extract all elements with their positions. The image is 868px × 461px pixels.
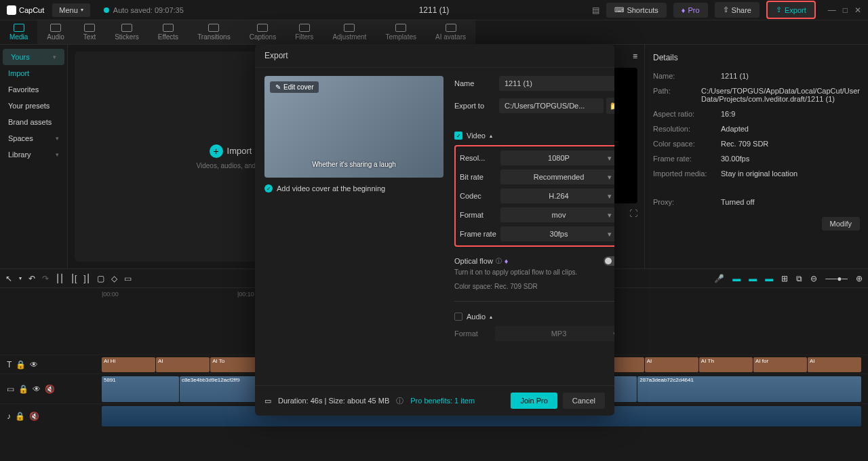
eye-icon[interactable]: 👁 bbox=[30, 360, 38, 369]
detail-value: Stay in original location bbox=[721, 169, 860, 178]
tab-audio[interactable]: Audio bbox=[37, 20, 74, 44]
undo-icon[interactable]: ↶ bbox=[28, 274, 35, 283]
tab-transitions[interactable]: Transitions bbox=[188, 20, 240, 44]
info-icon[interactable]: ⓘ bbox=[396, 396, 403, 406]
shield-icon[interactable]: ◇ bbox=[111, 274, 117, 283]
audio-format-select: MP3 bbox=[495, 326, 614, 341]
tab-ai avatars[interactable]: AI avatars bbox=[426, 20, 475, 44]
framerate-select[interactable]: 30fps bbox=[500, 226, 614, 241]
magnet-icon[interactable]: ⊞ bbox=[781, 274, 788, 283]
share-button[interactable]: ⇧ Share bbox=[715, 2, 760, 18]
logo-icon bbox=[7, 5, 16, 15]
modify-button[interactable]: Modify bbox=[822, 217, 860, 230]
shortcuts-button[interactable]: ⌨ Shortcuts bbox=[606, 3, 666, 18]
tab-captions[interactable]: Captions bbox=[240, 20, 285, 44]
video-track-icon[interactable]: ▭ bbox=[7, 384, 14, 394]
video-section-header[interactable]: ✓ Video ▴ bbox=[454, 132, 614, 140]
folder-button[interactable]: 📁 bbox=[606, 98, 614, 114]
close-icon[interactable]: ✕ bbox=[854, 5, 861, 15]
text-clip[interactable]: AI Hi bbox=[102, 357, 155, 372]
video-settings-highlight: Resol...1080P Bit rateRecommended CodecH… bbox=[454, 145, 614, 247]
export-button[interactable]: ⇪ Export bbox=[766, 1, 816, 19]
eye-icon[interactable]: 👁 bbox=[33, 384, 41, 394]
fullscreen-icon[interactable]: ⛶ bbox=[629, 209, 637, 218]
mute-icon[interactable]: 🔇 bbox=[29, 412, 39, 421]
text-clip[interactable]: AI for bbox=[753, 357, 807, 372]
mic-icon[interactable]: 🎤 bbox=[714, 274, 724, 283]
optical-flow-label: Optical flow bbox=[454, 257, 493, 265]
export-modal: Export ✎ Edit cover ✓ Add video cover at… bbox=[255, 44, 614, 416]
join-pro-button[interactable]: Join Pro bbox=[511, 393, 557, 409]
import-label: Import bbox=[227, 146, 252, 156]
sidebar-item-favorites[interactable]: Favorites bbox=[0, 81, 67, 98]
record-icon[interactable]: ▭ bbox=[124, 274, 132, 283]
layout-icon[interactable]: ▤ bbox=[592, 5, 599, 15]
tab-media[interactable]: Media bbox=[0, 20, 37, 44]
split-left-icon[interactable]: ⎮[ bbox=[71, 274, 77, 283]
player-menu-icon[interactable]: ≡ bbox=[633, 52, 637, 61]
link-icon[interactable]: ⧉ bbox=[796, 274, 802, 283]
edit-cover-button[interactable]: ✎ Edit cover bbox=[270, 81, 319, 93]
text-clip[interactable]: AI bbox=[645, 357, 698, 372]
sidebar-item-spaces[interactable]: Spaces▾ bbox=[0, 130, 67, 146]
audio-track-icon[interactable]: ♪ bbox=[7, 412, 11, 421]
video-clip[interactable]: 5891 bbox=[102, 376, 179, 402]
zoom-out-icon[interactable]: ⊖ bbox=[810, 274, 817, 283]
export-to-input[interactable] bbox=[499, 98, 604, 113]
track-icon-3[interactable]: ▬ bbox=[765, 274, 773, 283]
detail-value: 30.00fps bbox=[721, 155, 860, 163]
codec-select[interactable]: H.264 bbox=[500, 188, 614, 203]
text-clip[interactable]: AI Th bbox=[699, 357, 753, 372]
sidebar-item-library[interactable]: Library▾ bbox=[0, 146, 67, 163]
tab-adjustment[interactable]: Adjustment bbox=[323, 20, 376, 44]
pro-benefits-link[interactable]: Pro benefits: 1 item bbox=[410, 397, 475, 405]
audio-section-header[interactable]: Audio ▴ bbox=[454, 313, 614, 321]
bitrate-select[interactable]: Recommended bbox=[500, 169, 614, 184]
tab-templates[interactable]: Templates bbox=[376, 20, 426, 44]
add-cover-checkbox[interactable]: ✓ Add video cover at the beginning bbox=[264, 184, 443, 193]
minimize-icon[interactable]: — bbox=[828, 5, 836, 15]
tab-stickers[interactable]: Stickers bbox=[105, 20, 149, 44]
optical-flow-description: Turn it on to apply optical flow to all … bbox=[454, 268, 614, 276]
tab-filters[interactable]: Filters bbox=[285, 20, 323, 44]
lock-icon[interactable]: 🔒 bbox=[18, 384, 28, 394]
sidebar-item-brand-assets[interactable]: Brand assets bbox=[0, 114, 67, 130]
video-clip[interactable]: 287a3deab72c2d4641 bbox=[637, 376, 861, 402]
sidebar-item-your-presets[interactable]: Your presets bbox=[0, 98, 67, 114]
menu-button[interactable]: Menu ▾ bbox=[52, 3, 90, 17]
autosave-status: Auto saved: 09:07:35 bbox=[104, 6, 184, 14]
text-clip[interactable]: AI bbox=[156, 357, 210, 372]
text-clip[interactable]: AI bbox=[808, 357, 861, 372]
detail-label: Frame rate: bbox=[653, 155, 721, 163]
tool-dropdown-icon[interactable]: ▾ bbox=[19, 275, 22, 281]
redo-icon[interactable]: ↷ bbox=[42, 274, 49, 283]
delete-icon[interactable]: ▢ bbox=[97, 274, 104, 283]
cancel-button[interactable]: Cancel bbox=[563, 393, 605, 409]
mute-icon[interactable]: 🔇 bbox=[45, 384, 55, 394]
detail-value: C:/Users/TOPGUS/AppData/Local/CapCut/Use… bbox=[701, 87, 860, 103]
cursor-icon[interactable]: ↖ bbox=[5, 274, 12, 283]
sidebar-item-yours[interactable]: Yours▾ bbox=[3, 49, 64, 65]
tab-text[interactable]: Text bbox=[74, 20, 105, 44]
zoom-slider[interactable]: ──●─ bbox=[825, 274, 848, 283]
text-track-icon[interactable]: T bbox=[7, 360, 12, 369]
name-input[interactable] bbox=[499, 76, 614, 91]
track-icon-1[interactable]: ▬ bbox=[732, 274, 741, 283]
export-to-label: Export to bbox=[454, 102, 499, 110]
tab-effects[interactable]: Effects bbox=[149, 20, 188, 44]
optical-flow-toggle[interactable] bbox=[604, 256, 614, 266]
detail-label: Proxy: bbox=[653, 198, 721, 206]
resolution-label: Resol... bbox=[460, 154, 500, 162]
lock-icon[interactable]: 🔒 bbox=[15, 412, 25, 421]
cover-preview[interactable]: ✎ Edit cover bbox=[264, 76, 443, 178]
format-select[interactable]: mov bbox=[500, 207, 614, 222]
lock-icon[interactable]: 🔒 bbox=[16, 360, 26, 369]
split-right-icon[interactable]: ]⎮ bbox=[83, 274, 90, 283]
track-icon-2[interactable]: ▬ bbox=[749, 274, 757, 283]
resolution-select[interactable]: 1080P bbox=[500, 151, 614, 165]
sidebar-item-import[interactable]: Import bbox=[0, 65, 67, 81]
pro-button[interactable]: ♦ Pro bbox=[673, 3, 708, 18]
maximize-icon[interactable]: □ bbox=[843, 5, 848, 15]
split-icon[interactable]: ⎮⎮ bbox=[56, 274, 64, 283]
zoom-in-icon[interactable]: ⊕ bbox=[856, 274, 863, 283]
